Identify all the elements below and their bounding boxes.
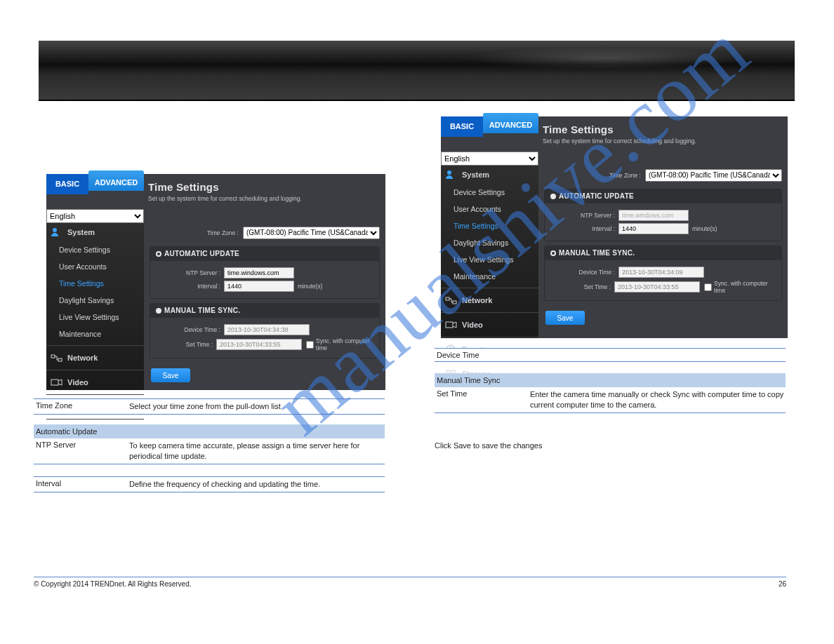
interval-unit: minute(s) — [692, 225, 717, 232]
sidebar-item-maintenance[interactable]: Maintenance — [46, 326, 144, 342]
box-heading: AUTOMATIC UPDATE — [545, 189, 781, 203]
device-time-label: Device Time : — [156, 326, 220, 333]
sidebar-item-label: Daylight Savings — [59, 296, 114, 304]
timezone-row: Time Zone : (GMT-08:00) Pacific Time (US… — [538, 166, 788, 185]
divider — [441, 312, 538, 313]
sync-computer-checkbox[interactable] — [704, 283, 712, 291]
sidebar-item-user-accounts[interactable]: User Accounts — [441, 201, 538, 217]
desc-key: NTP Server — [34, 441, 125, 449]
language-select[interactable]: English — [441, 152, 538, 166]
user-icon — [51, 227, 63, 237]
box-heading: AUTOMATIC UPDATE — [150, 247, 379, 261]
sidebar: System Device Settings User Accounts Tim… — [441, 166, 538, 338]
device-time-label: Device Time : — [550, 269, 615, 276]
desc-heading: Automatic Update — [34, 427, 385, 436]
desc-key: Time Zone — [34, 401, 125, 410]
sidebar-item-label: System — [462, 170, 489, 179]
sidebar-item-time-settings[interactable]: Time Settings — [46, 275, 144, 292]
divider — [441, 288, 538, 288]
sidebar-item-time-settings[interactable]: Time Settings — [441, 217, 538, 234]
sidebar-item-live-view-settings[interactable]: Live View Settings — [441, 251, 538, 268]
sidebar-item-label: Live View Settings — [454, 255, 514, 264]
sidebar-item-video[interactable]: Video — [46, 373, 144, 391]
radio-selected-icon[interactable] — [550, 194, 556, 199]
desc-val: Enter the camera time manually or check … — [526, 389, 786, 410]
desc-left-interval: IntervalDefine the frequency of checking… — [34, 476, 385, 492]
sync-computer-checkbox[interactable] — [306, 341, 314, 349]
radio-unselected-icon[interactable] — [156, 251, 161, 257]
footer: © Copyright 2014 TRENDnet. All Rights Re… — [34, 577, 786, 588]
sidebar-item-label: Device Settings — [454, 188, 505, 196]
footer-page: 26 — [779, 580, 786, 588]
automatic-update-box: AUTOMATIC UPDATE NTP Server : Interval :… — [150, 246, 380, 299]
sidebar-item-user-accounts[interactable]: User Accounts — [46, 258, 144, 275]
page-subtitle: Set up the system time for correct sched… — [148, 195, 302, 203]
interval-input[interactable] — [618, 223, 689, 234]
ntp-label: NTP Server : — [550, 212, 615, 219]
ntp-server-input[interactable] — [618, 210, 689, 221]
sidebar-item-daylight-savings[interactable]: Daylight Savings — [46, 292, 144, 309]
desc-right-save-note: Click Save to save the changes — [435, 438, 786, 452]
sidebar-item-label: Live View Settings — [59, 313, 119, 321]
page-title: Time Settings — [543, 123, 696, 135]
sidebar-item-network[interactable]: Network — [46, 349, 144, 367]
user-icon — [445, 170, 458, 180]
sidebar-item-label: Maintenance — [454, 272, 496, 281]
set-time-input[interactable] — [216, 339, 302, 350]
sidebar-item-video[interactable]: Video — [441, 316, 538, 334]
sidebar-item-device-settings[interactable]: Device Settings — [46, 241, 144, 258]
sidebar-item-label: Maintenance — [59, 330, 101, 338]
device-time-input — [224, 324, 310, 335]
sidebar-item-network[interactable]: Network — [441, 291, 538, 309]
network-icon — [51, 353, 63, 363]
heading-text: AUTOMATIC UPDATE — [559, 192, 634, 200]
desc-heading: Manual Time Sync — [435, 376, 786, 384]
divider — [46, 370, 144, 370]
ntp-server-input[interactable] — [224, 267, 294, 279]
timezone-select[interactable]: (GMT-08:00) Pacific Time (US&Canada) — [645, 169, 782, 182]
save-button[interactable]: Save — [545, 311, 585, 325]
sync-computer-label: Sync. with computer time — [316, 337, 373, 351]
language-select[interactable]: English — [46, 209, 144, 223]
automatic-update-box: AUTOMATIC UPDATE NTP Server : Interval :… — [544, 189, 782, 241]
tab-advanced[interactable]: ADVANCED — [483, 113, 538, 133]
sidebar: System Device Settings User Accounts Tim… — [46, 223, 144, 390]
sidebar-item-label: Device Settings — [59, 246, 110, 254]
sidebar-item-maintenance[interactable]: Maintenance — [441, 268, 538, 285]
divider — [46, 345, 144, 346]
radio-unselected-icon[interactable] — [550, 250, 556, 256]
desc-val: To keep camera time accurate, please ass… — [125, 441, 385, 462]
svg-rect-2 — [58, 358, 62, 361]
content-area: Time Zone : (GMT-08:00) Pacific Time (US… — [144, 223, 385, 390]
heading-text: AUTOMATIC UPDATE — [164, 250, 239, 257]
sidebar-item-system[interactable]: System — [46, 223, 144, 241]
sidebar-item-label: Video — [462, 321, 483, 329]
sidebar-item-label: Video — [67, 378, 88, 387]
set-time-input[interactable] — [614, 281, 700, 293]
svg-rect-1 — [51, 355, 55, 358]
sidebar-item-device-settings[interactable]: Device Settings — [441, 184, 538, 201]
sync-computer-label: Sync. with computer time — [714, 280, 776, 294]
svg-rect-3 — [51, 380, 58, 385]
desc-key: Interval — [34, 479, 125, 488]
interval-input[interactable] — [224, 281, 294, 292]
sidebar-item-label: User Accounts — [59, 262, 107, 271]
video-icon — [445, 320, 458, 330]
save-button[interactable]: Save — [151, 368, 190, 382]
sidebar-item-label: User Accounts — [454, 205, 501, 213]
desc-key: Device Time — [435, 351, 526, 359]
sidebar-item-system[interactable]: System — [441, 166, 538, 184]
footer-copyright: © Copyright 2014 TRENDnet. All Rights Re… — [34, 580, 192, 588]
desc-left-timezone: Time Zone Select your time zone from the… — [34, 398, 385, 415]
tab-basic[interactable]: BASIC — [441, 116, 483, 137]
timezone-select[interactable]: (GMT-08:00) Pacific Time (US&Canada) — [243, 227, 380, 239]
sidebar-item-live-view-settings[interactable]: Live View Settings — [46, 309, 144, 326]
svg-point-9 — [447, 170, 451, 175]
desc-left-automatic-update: Automatic Update NTP ServerTo keep camer… — [34, 424, 385, 464]
radio-selected-icon[interactable] — [156, 308, 161, 314]
sidebar-item-daylight-savings[interactable]: Daylight Savings — [441, 234, 538, 251]
tab-basic[interactable]: BASIC — [46, 174, 88, 194]
box-heading: MANUAL TIME SYNC. — [150, 304, 379, 318]
timezone-row: Time Zone : (GMT-08:00) Pacific Time (US… — [144, 223, 385, 242]
tab-advanced[interactable]: ADVANCED — [88, 170, 144, 191]
